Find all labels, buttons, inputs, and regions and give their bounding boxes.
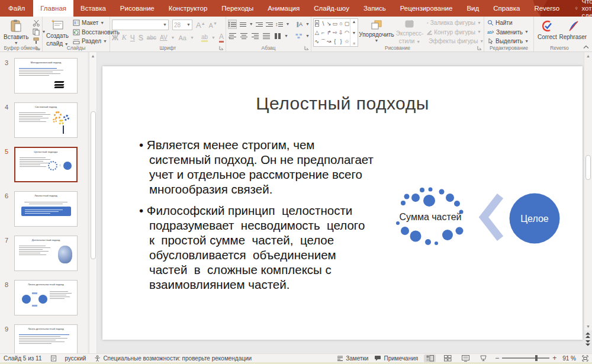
spell-check-button[interactable] <box>50 355 57 362</box>
accessibility-checker[interactable]: Специальные возможности: проверьте реком… <box>94 355 252 362</box>
scroll-up-icon[interactable]: ▲ <box>584 54 592 58</box>
line-spacing-button[interactable]: ↕ <box>275 20 284 29</box>
language-indicator[interactable]: русский <box>65 355 86 362</box>
paste-button[interactable]: Вставить ▼ <box>2 18 30 46</box>
strikethrough-button[interactable]: abc <box>147 34 156 41</box>
clipboard-dialog-launcher[interactable] <box>36 46 40 50</box>
change-case-button[interactable]: Aa <box>179 34 186 41</box>
tab-анимация[interactable]: Анимация <box>260 0 307 17</box>
reading-view-button[interactable] <box>459 355 471 362</box>
next-slide-button[interactable] <box>585 340 591 347</box>
slide-thumbnail-6[interactable]: Личностный подход <box>14 191 78 227</box>
shape-line-icon[interactable]: ∖ <box>320 19 326 28</box>
tell-me-box[interactable]: Что вы хотите сделать? <box>575 0 592 17</box>
notes-toggle[interactable]: Заметки <box>337 355 368 362</box>
zoom-slider[interactable]: − + <box>495 354 556 362</box>
increase-indent-button[interactable] <box>265 20 273 29</box>
replace-button[interactable]: abЗаменить▼ <box>486 28 530 36</box>
slide-thumbnail-9[interactable]: Лично-деятельностный подход <box>14 324 78 353</box>
align-right-button[interactable] <box>250 31 259 41</box>
slide-thumbnail-5[interactable]: Целостный подходы ‹ <box>14 147 78 182</box>
align-left-button[interactable] <box>228 31 237 41</box>
normal-view-button[interactable] <box>424 355 436 362</box>
gallery-down-icon[interactable]: ▼ <box>352 31 356 35</box>
zoom-out-button[interactable]: − <box>495 354 499 362</box>
justify-button[interactable] <box>262 31 271 41</box>
scroll-down-icon[interactable]: ▼ <box>584 324 592 328</box>
whole-vs-parts-diagram[interactable]: Сумма частей Целое <box>391 180 574 260</box>
character-spacing-button[interactable]: AV <box>160 34 168 41</box>
collapse-ribbon-icon[interactable] <box>583 45 589 49</box>
font-dialog-launcher[interactable] <box>219 46 224 50</box>
slide-thumbnail-7[interactable]: Деятельностный подход <box>14 236 78 271</box>
thumb-scroll-up-icon[interactable]: ▲ <box>89 54 96 58</box>
shape-arrow-icon[interactable]: ↘ <box>326 19 332 28</box>
shape-rectangle-icon[interactable]: ▭ <box>332 19 338 28</box>
zoom-track[interactable] <box>502 357 549 359</box>
fit-slide-to-window-icon[interactable] <box>582 355 588 362</box>
tab-конструктор[interactable]: Конструктор <box>162 0 215 17</box>
align-center-button[interactable] <box>239 31 248 41</box>
bold-button[interactable]: Ж <box>112 34 118 42</box>
slide-sorter-view-button[interactable] <box>442 355 453 362</box>
shape-down-arrow-icon[interactable]: ⇩ <box>338 28 344 37</box>
font-color-button[interactable]: A <box>219 33 224 43</box>
text-shadow-button[interactable]: S <box>139 34 143 42</box>
grow-font-button[interactable]: A▲ <box>196 21 205 30</box>
main-scrollbar[interactable]: ▲ ▼ <box>584 52 592 330</box>
main-scrollbar-thumb[interactable] <box>585 155 591 180</box>
bullets-button[interactable] <box>228 20 237 29</box>
slide-thumbnail-3[interactable]: Методологический подход <box>14 58 78 94</box>
thumbnail-scrollbar[interactable]: ▲ <box>89 52 97 353</box>
shape-oval-icon[interactable]: ○ <box>338 19 344 28</box>
tab-слайд-шоу[interactable]: Слайд-шоу <box>307 0 356 17</box>
slide-title[interactable]: Целостный подходы <box>102 94 583 114</box>
shape-right-arrow-icon[interactable]: ⇨ <box>332 28 338 37</box>
tab-запись[interactable]: Запись <box>356 0 393 17</box>
font-name-combo[interactable]: ▼ <box>112 20 169 30</box>
shape-effects-button[interactable]: Эффекты фигуры▼ <box>426 37 482 45</box>
arrange-button[interactable]: Упорядочить ▼ <box>359 18 394 44</box>
shape-elbow-icon[interactable]: ⌐ <box>320 28 326 37</box>
paragraph-dialog-launcher[interactable] <box>304 46 309 50</box>
shape-fill-button[interactable]: Заливка фигуры▼ <box>426 19 482 27</box>
select-button[interactable]: Выделить▼ <box>486 37 530 45</box>
tab-справка[interactable]: Справка <box>486 0 527 17</box>
tab-рецензирование[interactable]: Рецензирование <box>393 0 460 17</box>
tab-вид[interactable]: Вид <box>459 0 486 17</box>
tab-reverso[interactable]: Reverso <box>527 0 567 17</box>
font-size-combo[interactable]: 28▼ <box>172 20 192 30</box>
shape-elbow-arrow-icon[interactable]: ↱ <box>326 28 332 37</box>
zoom-thumb[interactable] <box>535 355 538 361</box>
shape-triangle-icon[interactable]: △ <box>314 28 320 37</box>
tab-вставка[interactable]: Вставка <box>73 0 113 17</box>
zoom-in-button[interactable]: + <box>552 354 556 362</box>
quick-styles-button[interactable]: Экспресс- стили ▼ <box>395 18 424 46</box>
drawing-dialog-launcher[interactable] <box>477 46 482 50</box>
reverso-rephraser-button[interactable]: Rephraser <box>560 18 586 41</box>
shape-rounded-rect-icon[interactable]: ▢ <box>344 19 350 28</box>
shape-chord-icon[interactable]: ◠ <box>344 28 350 37</box>
reverso-correct-button[interactable]: Correct <box>536 18 559 41</box>
gallery-up-icon[interactable]: ▲ <box>352 20 356 24</box>
shape-textbox-icon[interactable]: A <box>315 20 319 27</box>
text-direction-button[interactable]: ∥A <box>295 20 303 29</box>
underline-button[interactable]: Ч <box>130 34 135 42</box>
zoom-level[interactable]: 91 % <box>562 355 576 362</box>
previous-slide-button[interactable] <box>585 331 591 339</box>
find-button[interactable]: Найти <box>486 19 530 27</box>
shrink-font-button[interactable]: A▼ <box>209 21 217 29</box>
slide-number-indicator[interactable]: Слайд 5 из 11 <box>4 355 42 362</box>
slide-canvas[interactable]: Целостный подходы • Является менее строг… <box>102 66 583 340</box>
tab-переходы[interactable]: Переходы <box>214 0 260 17</box>
numbering-button[interactable] <box>239 20 247 29</box>
shape-outline-button[interactable]: Контур фигуры▼ <box>426 28 482 36</box>
thumbnail-scrollbar-thumb[interactable] <box>91 111 96 259</box>
italic-button[interactable]: К <box>122 33 127 42</box>
shapes-gallery[interactable]: A ∖ ↘ ▭ ○ ▢ △ ⌐ ↱ ⇨ ⇩ ◠ ∿ ⌒ ↝ { } ☆ ▲ <box>313 18 358 47</box>
highlight-color-button[interactable]: ab <box>201 34 208 42</box>
slide-thumbnail-8[interactable]: Лично-деятельностный подход <box>14 280 78 315</box>
decrease-indent-button[interactable] <box>256 20 263 29</box>
columns-button[interactable] <box>273 31 282 41</box>
slide-thumbnail-4[interactable]: Системный подход <box>14 102 78 138</box>
